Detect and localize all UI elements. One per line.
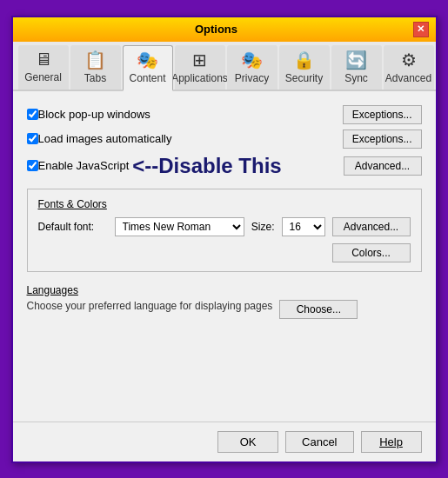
- general-icon: 🖥: [35, 50, 52, 70]
- languages-desc: Choose your preferred language for displ…: [27, 300, 273, 312]
- font-label: Default font:: [38, 221, 108, 233]
- font-row: Default font: Times New Roman Size: 16 A…: [38, 217, 411, 236]
- enable-js-checkbox[interactable]: [27, 160, 38, 171]
- exceptions-button-2[interactable]: Exceptions...: [343, 129, 422, 149]
- languages-section: Languages Choose your preferred language…: [27, 284, 422, 319]
- size-label: Size:: [251, 221, 275, 233]
- tabs-icon: 📋: [84, 50, 106, 70]
- checkboxes-section: Block pop-up windows Exceptions... Load …: [27, 105, 422, 178]
- fonts-advanced-button[interactable]: Advanced...: [332, 217, 411, 236]
- close-button[interactable]: ✕: [413, 22, 429, 37]
- privacy-icon: 🎭: [241, 50, 263, 70]
- tab-tabs-label: Tabs: [84, 72, 106, 84]
- tab-general[interactable]: 🖥 General: [18, 45, 69, 90]
- options-window: Options ✕ 🖥 General 📋 Tabs 🎭 Content ⊞ A…: [11, 16, 438, 463]
- colors-button[interactable]: Colors...: [332, 243, 411, 262]
- js-row: Enable JavaScript <--Disable This Advanc…: [27, 154, 422, 178]
- block-popup-checkbox[interactable]: [27, 109, 38, 120]
- js-advanced-button[interactable]: Advanced...: [344, 156, 422, 176]
- tab-content[interactable]: 🎭 Content: [123, 45, 173, 91]
- tab-sync-label: Sync: [344, 72, 368, 84]
- ok-button[interactable]: OK: [217, 431, 278, 453]
- images-row: Load images automatically Exceptions...: [27, 129, 422, 149]
- fonts-section: Fonts & Colors Default font: Times New R…: [27, 189, 422, 272]
- tab-advanced-label: Advanced: [385, 72, 431, 84]
- exceptions-button-1[interactable]: Exceptions...: [343, 105, 422, 124]
- tab-applications[interactable]: ⊞ Applications: [175, 45, 225, 90]
- colors-row: Colors...: [38, 243, 411, 262]
- fonts-title: Fonts & Colors: [38, 198, 411, 210]
- tab-security[interactable]: 🔒 Security: [279, 45, 330, 90]
- popup-row: Block pop-up windows Exceptions...: [27, 105, 422, 124]
- font-select[interactable]: Times New Roman: [115, 217, 244, 236]
- advanced-icon: ⚙: [401, 50, 417, 70]
- help-button[interactable]: Help: [361, 431, 422, 453]
- languages-title: Languages: [27, 284, 422, 296]
- cancel-button[interactable]: Cancel: [285, 431, 353, 453]
- tabs-bar: 🖥 General 📋 Tabs 🎭 Content ⊞ Application…: [13, 42, 436, 91]
- sync-icon: 🔄: [345, 50, 367, 70]
- tab-sync[interactable]: 🔄 Sync: [331, 45, 382, 90]
- languages-row: Choose your preferred language for displ…: [27, 300, 422, 319]
- tab-applications-label: Applications: [171, 72, 228, 84]
- footer: OK Cancel Help: [13, 422, 436, 461]
- tab-privacy[interactable]: 🎭 Privacy: [227, 45, 277, 90]
- window-title: Options: [20, 23, 413, 36]
- tab-content-label: Content: [129, 72, 165, 84]
- tab-tabs[interactable]: 📋 Tabs: [70, 45, 121, 90]
- load-images-label: Load images automatically: [38, 132, 172, 145]
- tab-security-label: Security: [285, 72, 323, 84]
- content-area: Block pop-up windows Exceptions... Load …: [13, 91, 436, 422]
- applications-icon: ⊞: [192, 50, 207, 70]
- enable-js-label: Enable JavaScript: [38, 159, 130, 172]
- security-icon: 🔒: [293, 50, 315, 70]
- load-images-checkbox[interactable]: [27, 133, 38, 144]
- tab-general-label: General: [24, 71, 62, 83]
- block-popup-label: Block pop-up windows: [38, 108, 150, 121]
- tab-advanced[interactable]: ⚙ Advanced: [384, 45, 434, 90]
- tab-privacy-label: Privacy: [235, 72, 269, 84]
- choose-button[interactable]: Choose...: [279, 300, 358, 319]
- content-icon: 🎭: [137, 50, 158, 70]
- title-bar: Options ✕: [13, 17, 436, 42]
- size-select[interactable]: 16: [282, 217, 325, 236]
- disable-annotation: <--Disable This: [132, 154, 281, 178]
